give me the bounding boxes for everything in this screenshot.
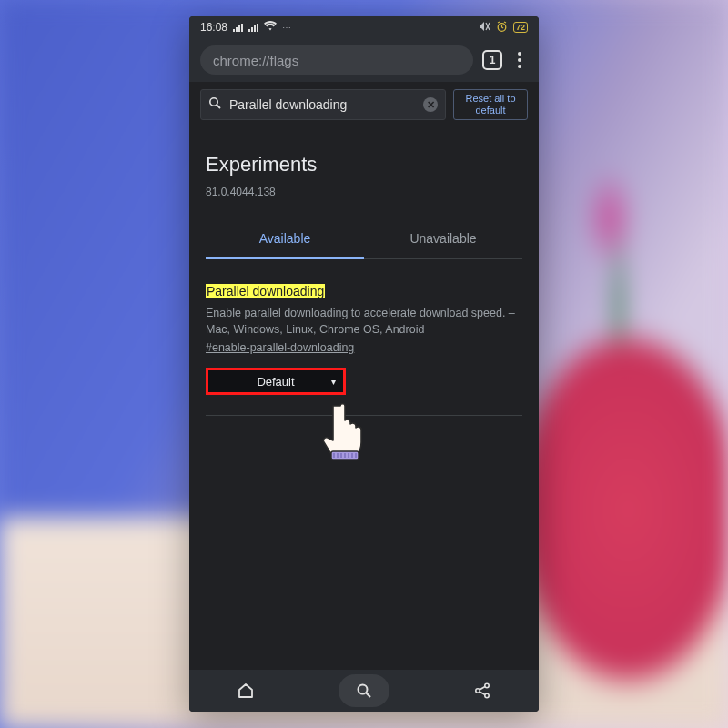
svg-line-11 bbox=[480, 687, 485, 691]
search-query-text: Parallel downloading bbox=[229, 97, 347, 112]
tab-available-label: Available bbox=[259, 231, 311, 246]
home-icon bbox=[237, 682, 255, 700]
flag-description: Enable parallel downloading to accelerat… bbox=[206, 305, 522, 338]
share-icon bbox=[473, 682, 491, 700]
page-title: Experiments bbox=[206, 153, 522, 177]
tab-count-value: 1 bbox=[490, 54, 496, 66]
flag-select[interactable]: Default bbox=[206, 368, 346, 395]
browser-toolbar: chrome://flags 1 bbox=[189, 38, 539, 82]
svg-point-9 bbox=[476, 689, 480, 693]
status-time: 16:08 bbox=[200, 21, 228, 34]
nav-home-button[interactable] bbox=[226, 674, 266, 707]
clear-search-button[interactable]: ✕ bbox=[423, 97, 438, 112]
flags-search-input[interactable]: Parallel downloading ✕ bbox=[200, 89, 446, 120]
svg-rect-5 bbox=[331, 451, 359, 460]
tab-strip: Available Unavailable bbox=[206, 222, 522, 259]
flag-select-value: Default bbox=[257, 375, 294, 389]
phone-frame: 16:08 ⋯ 72 chrome://flags 1 bbox=[189, 16, 539, 712]
flag-item: Parallel downloading Enable parallel dow… bbox=[206, 283, 522, 416]
reset-all-label: Reset all to default bbox=[454, 93, 527, 116]
svg-point-8 bbox=[485, 683, 489, 687]
signal-icon-2 bbox=[248, 23, 258, 32]
tab-unavailable[interactable]: Unavailable bbox=[364, 222, 522, 258]
status-bar: 16:08 ⋯ 72 bbox=[189, 16, 539, 38]
wifi-icon bbox=[264, 21, 277, 34]
nav-share-button[interactable] bbox=[462, 674, 502, 707]
reset-all-button[interactable]: Reset all to default bbox=[453, 89, 528, 120]
nav-search-button[interactable] bbox=[339, 674, 389, 707]
svg-line-12 bbox=[480, 692, 485, 695]
tab-switcher-button[interactable]: 1 bbox=[482, 50, 502, 70]
overflow-menu-button[interactable] bbox=[511, 52, 528, 68]
version-text: 81.0.4044.138 bbox=[206, 186, 522, 198]
flags-search-row: Parallel downloading ✕ Reset all to defa… bbox=[189, 82, 539, 124]
battery-badge: 72 bbox=[513, 22, 528, 33]
url-bar[interactable]: chrome://flags bbox=[200, 46, 473, 75]
signal-icon bbox=[233, 23, 243, 32]
mute-icon bbox=[478, 21, 490, 35]
alarm-icon bbox=[496, 21, 508, 35]
svg-line-7 bbox=[367, 693, 371, 698]
system-nav-bar bbox=[189, 670, 539, 712]
svg-point-10 bbox=[485, 693, 489, 697]
tab-available[interactable]: Available bbox=[206, 222, 364, 259]
svg-point-3 bbox=[210, 98, 217, 106]
tab-unavailable-label: Unavailable bbox=[410, 231, 476, 246]
url-text: chrome://flags bbox=[213, 53, 298, 68]
flag-title: Parallel downloading bbox=[206, 284, 325, 298]
flag-anchor-link[interactable]: #enable-parallel-downloading bbox=[206, 341, 354, 354]
more-status-icon: ⋯ bbox=[282, 23, 291, 33]
search-icon bbox=[356, 682, 372, 699]
svg-point-6 bbox=[359, 685, 368, 694]
svg-line-4 bbox=[217, 105, 220, 108]
search-icon bbox=[208, 96, 222, 113]
flags-content: Experiments 81.0.4044.138 Available Unav… bbox=[189, 124, 539, 670]
